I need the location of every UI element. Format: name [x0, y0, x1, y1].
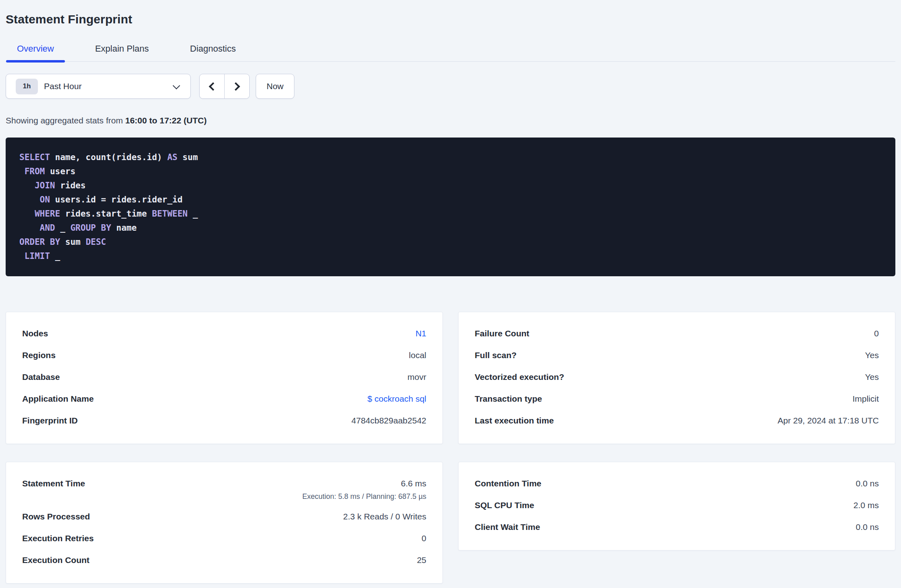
summary-cards: NodesN1RegionslocalDatabasemovrApplicati… [6, 312, 895, 584]
row-value: 6.6 ms [302, 478, 426, 489]
sql-fingerprint-box: SELECT name, count(rides.id) AS sum FROM… [6, 138, 895, 276]
statement-fingerprint-page: Statement Fingerprint OverviewExplain Pl… [0, 11, 901, 584]
sql-text [19, 223, 40, 233]
chevron-right-icon [232, 82, 240, 90]
sql-line: AND _ GROUP BY name [19, 223, 137, 233]
row-value: Yes [865, 350, 879, 360]
row-label: Regions [22, 350, 56, 360]
row-value: Implicit [853, 394, 879, 404]
prev-interval-button[interactable] [200, 74, 225, 98]
sql-line: LIMIT _ [19, 251, 60, 261]
sql-text: _ [50, 251, 60, 261]
sql-text: rides.start_time [60, 209, 152, 219]
sql-keyword: DESC [86, 237, 106, 247]
sql-line: JOIN rides [19, 181, 86, 190]
sql-text: _ [55, 223, 71, 233]
row-label: Application Name [22, 394, 94, 404]
row-value: 0.0 ns [856, 522, 879, 532]
card-execution-attributes: Failure Count0Full scan?YesVectorized ex… [458, 312, 895, 444]
row-label: Statement Time [22, 478, 85, 489]
sql-text: rides [55, 181, 86, 190]
detail-row: Fingerprint ID4784cb829aab2542 [22, 410, 426, 432]
row-value: 0.0 ns [856, 479, 879, 488]
time-interval-dropdown[interactable]: 1h Past Hour [6, 74, 191, 99]
tab-explain-plans[interactable]: Explain Plans [84, 34, 160, 61]
sql-text [19, 209, 35, 219]
row-label: Database [22, 372, 60, 382]
row-value: movr [407, 372, 426, 382]
sql-line: ORDER BY sum DESC [19, 237, 106, 247]
next-interval-button[interactable] [225, 74, 249, 98]
detail-row: NodesN1 [22, 323, 426, 344]
sql-line: SELECT name, count(rides.id) AS sum [19, 152, 198, 162]
sql-keyword: ON [40, 195, 50, 204]
sql-line: ON users.id = rides.rider_id [19, 195, 183, 204]
now-button[interactable]: Now [256, 74, 294, 99]
sql-text: users [45, 167, 75, 176]
detail-row: Vectorized execution?Yes [475, 366, 879, 388]
detail-row: Statement Time6.6 msExecution: 5.8 ms / … [22, 473, 426, 506]
row-value: 2.3 k Reads / 0 Writes [343, 512, 426, 521]
sql-keyword: AS [167, 152, 177, 162]
row-value: 4784cb829aab2542 [351, 416, 426, 425]
sql-text: name [111, 223, 137, 233]
card-statement-details: NodesN1RegionslocalDatabasemovrApplicati… [6, 312, 443, 444]
row-value: 25 [417, 555, 426, 565]
card-statement-timings: Statement Time6.6 msExecution: 5.8 ms / … [6, 462, 443, 584]
detail-row: Rows Processed2.3 k Reads / 0 Writes [22, 506, 426, 528]
row-label: Client Wait Time [475, 522, 540, 532]
row-label: Nodes [22, 329, 48, 338]
stats-summary-range: 16:00 to 17:22 (UTC) [125, 116, 207, 125]
detail-row: Failure Count0 [475, 323, 879, 344]
sql-keyword: BETWEEN [152, 209, 188, 219]
row-label: Failure Count [475, 329, 529, 338]
row-value-link[interactable]: N1 [415, 329, 426, 338]
row-label: Execution Retries [22, 534, 94, 543]
row-label: SQL CPU Time [475, 500, 534, 510]
row-value: 2.0 ms [853, 500, 879, 510]
sql-text: users.id = rides.rider_id [50, 195, 183, 204]
row-label: Fingerprint ID [22, 416, 78, 425]
row-value: Apr 29, 2024 at 17:18 UTC [778, 416, 879, 425]
interval-stepper [199, 74, 250, 99]
row-value: Yes [865, 372, 879, 382]
tab-bar: OverviewExplain PlansDiagnostics [6, 34, 895, 62]
sql-text [19, 181, 35, 190]
detail-row: Client Wait Time0.0 ns [475, 516, 879, 538]
sql-keyword: JOIN [35, 181, 55, 190]
sql-text [19, 167, 25, 176]
tab-diagnostics[interactable]: Diagnostics [179, 34, 247, 61]
row-label: Last execution time [475, 416, 554, 425]
page-title: Statement Fingerprint [6, 11, 895, 27]
row-label: Contention Time [475, 479, 541, 488]
sql-text [19, 251, 25, 261]
detail-row: Full scan?Yes [475, 344, 879, 366]
row-label: Rows Processed [22, 512, 90, 521]
row-label: Full scan? [475, 350, 517, 360]
time-range-label: Past Hour [44, 81, 81, 91]
chevron-down-icon [173, 82, 180, 89]
detail-row: Execution Retries0 [22, 528, 426, 549]
row-value-block: 6.6 msExecution: 5.8 ms / Planning: 687.… [302, 478, 426, 501]
chevron-left-icon [209, 82, 217, 90]
detail-row: SQL CPU Time2.0 ms [475, 494, 879, 516]
row-label: Execution Count [22, 555, 90, 565]
stats-summary: Showing aggregated stats from 16:00 to 1… [6, 115, 895, 126]
sql-keyword: AND [40, 223, 55, 233]
row-value: local [409, 350, 426, 360]
sql-keyword: ORDER BY [19, 237, 60, 247]
sql-text: _ [188, 209, 198, 219]
sql-text: sum [60, 237, 86, 247]
detail-row: Application Name$ cockroach sql [22, 388, 426, 410]
row-subvalue: Execution: 5.8 ms / Planning: 687.5 µs [302, 492, 426, 501]
detail-row: Transaction typeImplicit [475, 388, 879, 410]
row-value-link[interactable]: $ cockroach sql [367, 394, 426, 404]
detail-row: Regionslocal [22, 344, 426, 366]
tab-overview[interactable]: Overview [6, 34, 65, 61]
sql-keyword: SELECT [19, 152, 50, 162]
sql-text: name, count(rides.id) [50, 152, 167, 162]
row-label: Transaction type [475, 394, 542, 404]
sql-text: sum [177, 152, 198, 162]
sql-keyword: FROM [25, 167, 45, 176]
stats-summary-prefix: Showing aggregated stats from [6, 116, 125, 125]
